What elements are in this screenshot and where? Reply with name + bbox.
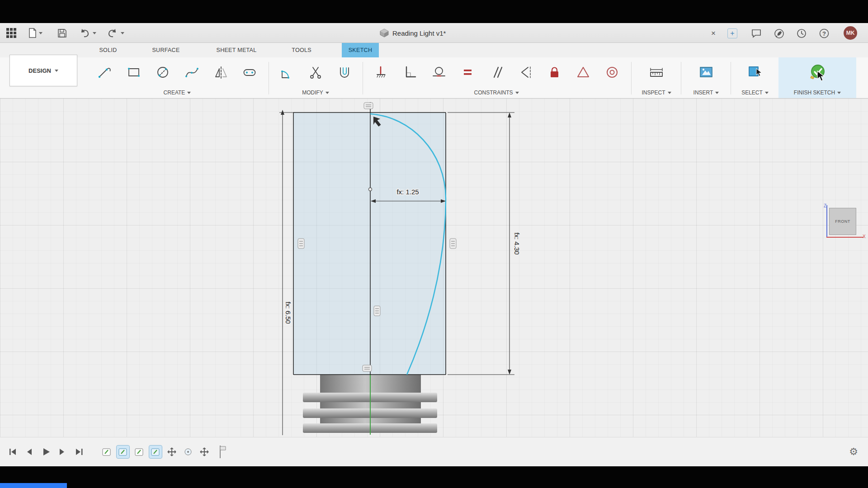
fillet-tool-button[interactable] (277, 61, 297, 84)
sketch-profile-region[interactable] (293, 113, 446, 375)
constraints-dropdown[interactable]: CONSTRAINTS (364, 89, 628, 96)
timeline-feature-sketch-4[interactable] (149, 446, 162, 458)
dimension-total-height-label[interactable]: fx: 6.50 (284, 301, 292, 324)
inspect-group-label: INSPECT (642, 89, 665, 96)
redo-button[interactable] (106, 27, 119, 39)
tangent-constraint-icon (431, 65, 446, 80)
file-icon (28, 28, 37, 38)
close-document-button[interactable]: × (708, 28, 719, 39)
dimension-body-height[interactable] (448, 113, 514, 375)
sketch-drawing: fx: 6.50 fx: 4.30 fx: 1.25 (0, 99, 868, 437)
new-document-tab-button[interactable]: + (727, 28, 737, 38)
dimension-body-height-label[interactable]: fx: 4.30 (513, 232, 521, 254)
rectangle-icon (126, 65, 142, 80)
playhead-marker-icon (218, 445, 229, 459)
chevron-down-icon (668, 92, 671, 94)
line-tool-button[interactable] (95, 61, 115, 84)
finish-sketch-dropdown[interactable]: FINISH SKETCH (778, 89, 856, 96)
trim-tool-button[interactable] (306, 61, 326, 84)
timeline-feature-move-2[interactable] (198, 446, 211, 458)
timeline-feature-sketch-3[interactable] (133, 446, 146, 458)
redo-dropdown-button[interactable] (119, 27, 126, 39)
chevron-down-icon (326, 92, 329, 94)
concentric-constraint-icon (604, 65, 620, 80)
timeline-settings-button[interactable]: ⚙ (846, 445, 861, 459)
timeline-play-button[interactable] (39, 445, 52, 459)
move-feature-icon (166, 446, 177, 457)
extensions-button[interactable] (773, 28, 785, 39)
spline-tool-button[interactable] (182, 61, 202, 84)
timeline-playhead-marker[interactable] (217, 446, 230, 458)
mirror-icon (213, 65, 228, 80)
create-dropdown[interactable]: CREATE (89, 89, 266, 96)
finish-sketch-label: FINISH SKETCH (794, 89, 835, 96)
select-dropdown[interactable]: SELECT (733, 89, 777, 96)
skip-to-end-icon (73, 446, 85, 458)
workspace-selector[interactable]: DESIGN (9, 55, 77, 86)
timeline-feature-revolve[interactable] (182, 446, 194, 458)
undo-button[interactable] (78, 27, 91, 39)
tab-solid[interactable]: SOLID (88, 43, 128, 57)
measure-tool-button[interactable] (646, 61, 666, 84)
insert-canvas-button[interactable] (696, 61, 716, 84)
dimension-width-label[interactable]: fx: 1.25 (396, 188, 419, 196)
help-button[interactable]: ? (818, 28, 830, 39)
x-axis-line (826, 237, 863, 238)
undo-dropdown-button[interactable] (91, 27, 98, 39)
offset-tool-button[interactable] (335, 61, 354, 84)
timeline-step-back-button[interactable] (22, 445, 36, 459)
skip-to-start-icon (6, 446, 18, 458)
constraint-perpendicular-button[interactable] (400, 61, 420, 84)
timeline-feature-sketch-1[interactable] (100, 446, 113, 458)
constraint-fix-button[interactable] (544, 61, 564, 84)
inspect-dropdown[interactable]: INSPECT (634, 89, 679, 96)
grid-menu-icon (5, 27, 17, 39)
application-menu-button[interactable] (5, 27, 18, 39)
job-status-button[interactable] (796, 28, 807, 39)
tab-sheet-metal[interactable]: SHEET METAL (202, 43, 271, 57)
x-axis-label: X (863, 234, 866, 239)
view-cube[interactable]: Z X FRONT (824, 205, 865, 244)
timeline-go-to-start-button[interactable] (5, 445, 19, 459)
model-canvas[interactable]: fx: 6.50 fx: 4.30 fx: 1.25 (0, 99, 868, 437)
insert-dropdown[interactable]: INSERT (684, 89, 729, 96)
app-bar: Reading Light v1* × + (0, 23, 868, 43)
timeline-feature-move-1[interactable] (165, 446, 178, 458)
letterbox-bottom (0, 466, 868, 488)
chevron-down-icon (765, 92, 769, 94)
symmetry-constraint-icon (518, 65, 533, 80)
tab-tools[interactable]: TOOLS (279, 43, 324, 57)
slot-icon (242, 65, 257, 80)
modify-group-label: MODIFY (302, 89, 323, 96)
timeline-feature-sketch-2[interactable] (117, 446, 129, 458)
tab-sketch[interactable]: SKETCH (342, 43, 379, 57)
document-tab[interactable]: Reading Light v1* (380, 23, 446, 43)
comment-bubble-icon (751, 29, 761, 38)
slot-tool-button[interactable] (240, 61, 259, 84)
file-menu-button[interactable] (26, 27, 44, 39)
constraint-tangent-button[interactable] (429, 61, 448, 84)
constraints-group-label: CONSTRAINTS (474, 89, 513, 96)
constraint-parallel-button[interactable] (486, 61, 506, 84)
constraint-midpoint-button[interactable] (573, 61, 593, 84)
circle-tool-button[interactable] (153, 61, 173, 84)
user-avatar[interactable]: MK (844, 26, 857, 40)
constraint-horizontal-vertical-button[interactable] (371, 61, 391, 84)
constraint-equal-button[interactable] (458, 61, 477, 84)
tab-surface[interactable]: SURFACE (142, 43, 190, 57)
letterbox-top (0, 0, 868, 23)
view-cube-front-face[interactable]: FRONT (829, 208, 856, 235)
rectangle-tool-button[interactable] (124, 61, 144, 84)
save-button[interactable] (55, 27, 69, 39)
modify-dropdown[interactable]: MODIFY (270, 89, 361, 96)
select-tool-button[interactable] (745, 61, 765, 84)
timeline-step-forward-button[interactable] (56, 445, 69, 459)
dimension-total-height[interactable] (279, 110, 294, 435)
comments-button[interactable] (750, 28, 762, 39)
mirror-tool-button[interactable] (211, 61, 231, 84)
undo-icon (79, 28, 90, 38)
spline-control-point[interactable] (369, 188, 372, 191)
constraint-concentric-button[interactable] (602, 61, 622, 84)
timeline-go-to-end-button[interactable] (72, 445, 86, 459)
constraint-symmetry-button[interactable] (515, 61, 535, 84)
